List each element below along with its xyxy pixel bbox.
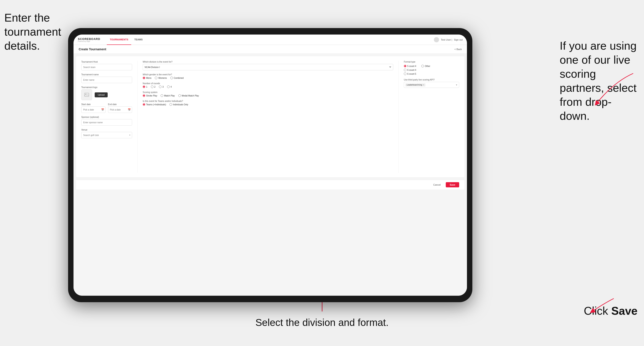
tablet-device: SCOREBOARD Powered by Clippi TOURNAMENTS… [68, 28, 472, 302]
gender-combined-radio[interactable] [170, 77, 173, 79]
image-icon [84, 93, 89, 97]
create-tournament-form: Tournament Host Tournament name Tourname… [76, 56, 464, 177]
rounds-3-radio[interactable] [159, 85, 162, 88]
page-title: Create Tournament [79, 47, 106, 51]
format-6count5[interactable]: 6 count 5 [404, 73, 416, 75]
event-type-teams-label: Teams (+Individuals) [146, 103, 166, 106]
event-type-teams-radio[interactable] [143, 103, 145, 106]
form-column-right: Format type 5 count 4 6 count 4 [399, 61, 459, 173]
scoring-match[interactable]: Match Play [160, 94, 175, 97]
format-other-label: Other [425, 65, 430, 67]
venue-label: Venue [81, 129, 132, 131]
event-type-individuals-label: Individuals Only [173, 103, 188, 106]
gender-womens[interactable]: Womens [155, 77, 167, 79]
format-radio-col: 5 count 4 6 count 4 6 count 5 [404, 65, 416, 75]
gender-mens-radio[interactable] [143, 77, 145, 79]
logo-upload-area: Upload [81, 89, 132, 100]
annotation-top-right: If you are using one of our live scoring… [560, 39, 640, 123]
format-6count4-radio[interactable] [404, 69, 406, 71]
live-scoring-tag-input[interactable]: Leaderboard King × ▼ [404, 82, 459, 88]
live-scoring-dropdown-icon[interactable]: ▼ [456, 84, 458, 86]
annotation-bottom-center: Select the division and format. [255, 317, 388, 329]
scoring-group: Scoring system Stroke Play Match Play [143, 91, 393, 97]
format-5count4-radio[interactable] [404, 65, 406, 67]
gender-mens[interactable]: Mens [143, 77, 151, 79]
venue-input[interactable] [81, 132, 132, 138]
format-6count5-radio[interactable] [404, 73, 406, 75]
rounds-2-radio[interactable] [151, 85, 154, 88]
scoring-stroke-radio[interactable] [143, 94, 145, 97]
rounds-3-label: 3 [162, 86, 164, 88]
annotation-top-left: Enter the tournament details. [4, 11, 65, 53]
gender-mens-label: Mens [146, 77, 151, 79]
tab-tournaments[interactable]: TOURNAMENTS [107, 34, 131, 45]
format-5count4-label: 5 count 4 [407, 65, 416, 67]
format-6count4-label: 6 count 4 [407, 69, 416, 71]
rounds-1[interactable]: 1 [143, 85, 148, 88]
gender-label: Which gender is the event for? [143, 73, 393, 76]
upload-button[interactable]: Upload [95, 92, 108, 97]
rounds-2[interactable]: 2 [151, 85, 156, 88]
rounds-radio-group: 1 2 3 4 [143, 85, 393, 88]
live-scoring-tag: Leaderboard King × [405, 83, 426, 87]
user-label: Test User | [441, 38, 452, 41]
scoring-match-radio[interactable] [160, 94, 163, 97]
calendar-icon-2: 📅 [128, 108, 131, 111]
rounds-4[interactable]: 4 [167, 85, 172, 88]
page-header: Create Tournament < Back [74, 45, 467, 54]
tournament-name-input[interactable] [81, 77, 132, 83]
rounds-1-radio[interactable] [143, 85, 145, 88]
start-date-group: Start date 📅 [81, 103, 106, 113]
end-date-group: End date 📅 [108, 103, 132, 113]
format-other[interactable]: Other [421, 65, 430, 67]
rounds-4-label: 4 [170, 86, 172, 88]
tournament-host-input[interactable] [81, 64, 132, 70]
format-type-section: Format type 5 count 4 6 count 4 [404, 61, 459, 75]
rounds-2-label: 2 [154, 86, 156, 88]
rounds-3[interactable]: 3 [159, 85, 164, 88]
format-type-label: Format type [404, 61, 459, 63]
gender-combined-label: Combined [174, 77, 184, 79]
signout-link[interactable]: Sign out [454, 38, 463, 41]
gender-womens-radio[interactable] [155, 77, 158, 79]
scoring-medal-match-radio[interactable] [178, 94, 181, 97]
live-scoring-tag-close[interactable]: × [423, 84, 424, 86]
scoring-match-label: Match Play [164, 95, 175, 97]
calendar-icon: 📅 [101, 108, 104, 111]
live-scoring-label: Use third-party live scoring API? [404, 79, 459, 81]
live-scoring-section: Use third-party live scoring API? Leader… [404, 79, 459, 88]
tournament-host-label: Tournament Host [81, 61, 132, 63]
back-button[interactable]: < Back [454, 48, 462, 50]
format-6count4[interactable]: 6 count 4 [404, 69, 416, 71]
sponsor-input[interactable] [81, 119, 132, 126]
division-select[interactable]: NCAA Division I [143, 64, 393, 70]
tournament-name-group: Tournament name [81, 73, 132, 83]
nav-bar: SCOREBOARD Powered by Clippi TOURNAMENTS… [74, 34, 467, 45]
gender-group: Which gender is the event for? Mens Wome… [143, 73, 393, 79]
format-5count4[interactable]: 5 count 4 [404, 65, 416, 67]
rounds-4-radio[interactable] [167, 85, 170, 88]
event-type-individuals-radio[interactable] [170, 103, 172, 106]
scoring-stroke[interactable]: Stroke Play [143, 94, 157, 97]
annotation-bottom-right: Click Save [584, 304, 638, 318]
tab-teams[interactable]: TEAMS [131, 34, 146, 45]
nav-tabs: TOURNAMENTS TEAMS [107, 34, 146, 45]
gender-combined[interactable]: Combined [170, 77, 184, 79]
sponsor-group: Sponsor (optional) [81, 116, 132, 126]
logo-subtext: Powered by Clippi [78, 41, 100, 42]
tournament-logo-group: Tournament logo Upload [81, 86, 132, 100]
format-6count5-label: 6 count 5 [407, 73, 416, 75]
page-content: Tournament Host Tournament name Tourname… [74, 54, 467, 296]
scoring-radio-group: Stroke Play Match Play Medal Match Play [143, 94, 393, 97]
event-type-teams[interactable]: Teams (+Individuals) [143, 103, 166, 106]
scoring-medal-match-label: Medal Match Play [182, 95, 199, 97]
cancel-button[interactable]: Cancel [430, 182, 444, 187]
save-button[interactable]: Save [446, 182, 459, 187]
event-type-individuals[interactable]: Individuals Only [170, 103, 188, 106]
rounds-label: Number of rounds [143, 82, 393, 85]
format-other-radio[interactable] [421, 65, 424, 67]
gender-radio-group: Mens Womens Combined [143, 77, 393, 79]
scoring-medal-match[interactable]: Medal Match Play [178, 94, 199, 97]
live-scoring-tag-text: Leaderboard King [407, 84, 422, 86]
event-type-label: Is this event for Teams and/or Individua… [143, 100, 393, 102]
